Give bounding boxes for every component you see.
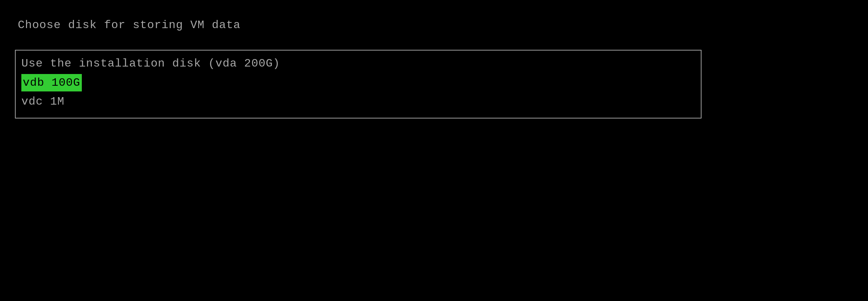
page-title: Choose disk for storing VM data — [18, 19, 240, 32]
disk-option-vdc[interactable]: vdc 1M — [21, 92, 695, 111]
disk-selection-box: Use the installation disk (vda 200G) vdb… — [15, 50, 702, 118]
disk-option-vda[interactable]: Use the installation disk (vda 200G) — [21, 54, 695, 73]
disk-option-vdb[interactable]: vdb 100G — [21, 73, 695, 93]
disk-option-vdb-label: vdb 100G — [21, 74, 82, 92]
